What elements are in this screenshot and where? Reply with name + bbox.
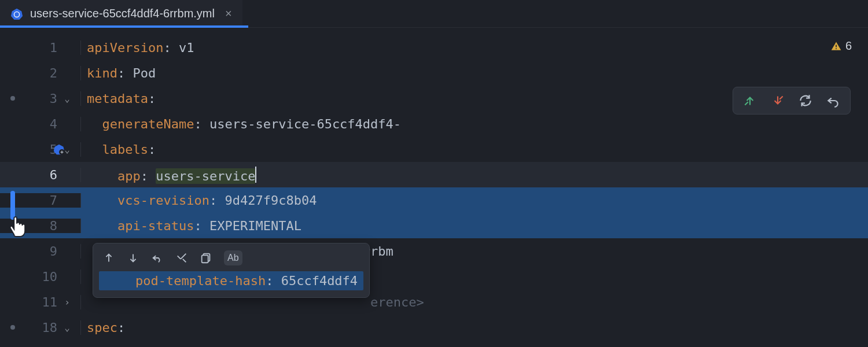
copy-icon[interactable] <box>200 252 212 264</box>
next-change-icon[interactable] <box>127 252 139 264</box>
undo-icon[interactable] <box>151 252 164 264</box>
gutter: 6 <box>0 168 81 182</box>
kubernetes-icon <box>10 8 23 20</box>
code-line-current[interactable]: 6 app: users-service <box>0 162 868 187</box>
breakpoint-dot[interactable] <box>10 325 15 330</box>
kubernetes-gutter-icon[interactable] <box>53 143 65 155</box>
fold-toggle[interactable]: ⌄ <box>62 322 72 333</box>
svg-marker-0 <box>11 8 23 19</box>
hand-cursor-icon <box>6 213 28 238</box>
gutter: 2 <box>0 66 81 80</box>
breakpoint-dot[interactable] <box>10 96 15 101</box>
tab-filename: users-service-65ccf4ddf4-6rrbm.yml <box>30 7 215 20</box>
text-cursor <box>255 167 256 183</box>
fold-toggle[interactable]: ⌄ <box>62 93 72 104</box>
gutter: 4 <box>0 117 81 131</box>
code-line[interactable]: 18⌄ spec: <box>0 315 868 340</box>
ab-toggle[interactable]: Ab <box>224 250 242 265</box>
code-line[interactable]: 3⌄ metadata: <box>0 86 868 111</box>
code-line-selected[interactable]: 8 api-status: EXPERIMENTAL <box>0 213 868 238</box>
close-icon[interactable]: × <box>225 7 232 20</box>
gutter: 9 <box>0 244 81 259</box>
gutter: 5⌄ <box>0 142 81 157</box>
code-line[interactable]: 2 kind: Pod <box>0 60 868 86</box>
gutter: 3⌄ <box>0 91 81 106</box>
popup-code-line: pod-template-hash: 65ccf4ddf4 <box>99 271 363 290</box>
diff-hint-popup: Ab pod-template-hash: 65ccf4ddf4 <box>93 243 370 298</box>
gutter: 18⌄ <box>0 320 81 335</box>
gutter: 11› <box>0 295 81 309</box>
code-line[interactable]: 4 generateName: users-service-65ccf4ddf4… <box>0 111 868 136</box>
editor-tabbar: users-service-65ccf4ddf4-6rrbm.yml × <box>0 0 868 28</box>
editor-tab[interactable]: users-service-65ccf4ddf4-6rrbm.yml × <box>0 0 242 27</box>
code-line-selected[interactable]: 7 vcs-revision: 9d427f9c8b04 <box>0 187 868 213</box>
popup-toolbar: Ab <box>99 248 363 271</box>
gutter: 1 <box>0 40 81 55</box>
apply-icon[interactable] <box>175 252 188 264</box>
gutter: 10 <box>0 270 81 284</box>
prev-change-icon[interactable] <box>102 252 115 264</box>
fold-toggle[interactable]: › <box>62 297 72 308</box>
code-line[interactable]: 1 apiVersion: v1 <box>0 35 868 60</box>
svg-rect-7 <box>202 255 208 263</box>
code-line[interactable]: 5⌄ labels: <box>0 136 868 162</box>
code-editor[interactable]: 1 apiVersion: v1 2 kind: Pod 3⌄ metadata… <box>0 35 868 347</box>
